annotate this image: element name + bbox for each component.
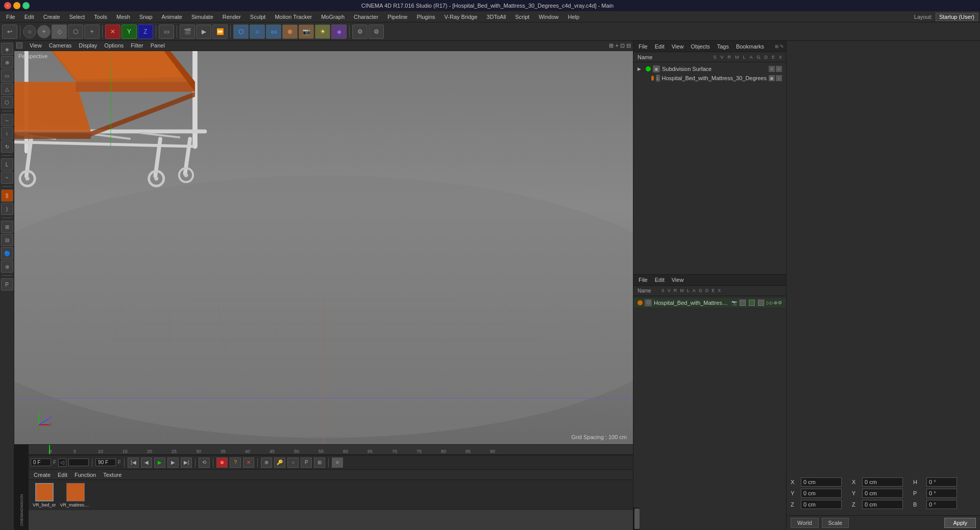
create-plane[interactable]: ▭ xyxy=(266,25,281,39)
mat-top-file[interactable]: File xyxy=(635,276,651,283)
right-scrollbar[interactable] xyxy=(633,508,640,530)
mode-poly[interactable]: ⬡ xyxy=(68,25,83,39)
obj-menu-objects[interactable]: Objects xyxy=(688,43,713,50)
anim-btn[interactable]: ○ xyxy=(287,457,299,468)
mat-top-edit[interactable]: Edit xyxy=(652,276,668,283)
menu-mesh[interactable]: Mesh xyxy=(112,13,134,21)
mat-menu-create[interactable]: Create xyxy=(31,471,54,478)
create-camera[interactable]: 📷 xyxy=(299,25,314,39)
menu-sculpt[interactable]: Sculpt xyxy=(246,13,270,21)
end-frame-input[interactable]: 90 F xyxy=(95,459,116,466)
left-tool-6[interactable]: ↔ xyxy=(1,114,13,126)
timeline-btn[interactable]: ≡ xyxy=(332,457,343,468)
menu-help[interactable]: Help xyxy=(564,13,584,21)
record-btn[interactable]: ◁ xyxy=(58,459,66,467)
menu-3dtoall[interactable]: 3DToAll xyxy=(482,13,510,21)
current-frame-input[interactable]: 0 F xyxy=(31,459,51,466)
material-swatch-2[interactable]: VR_mattress_or xyxy=(60,483,91,508)
menu-select[interactable]: Select xyxy=(65,13,89,21)
left-tool-model[interactable]: ◈ xyxy=(1,43,13,55)
left-tool-15[interactable]: 🔵 xyxy=(1,247,13,259)
motion-btn[interactable]: ⊕ xyxy=(261,457,272,468)
coord-z-input[interactable] xyxy=(801,500,842,509)
menu-plugins[interactable]: Plugins xyxy=(412,13,439,21)
obj-render-btn-2[interactable]: ○ xyxy=(776,75,782,81)
left-tool-8[interactable]: ↻ xyxy=(1,140,13,153)
left-tool-16[interactable]: ⊛ xyxy=(1,260,13,273)
mat-menu-texture[interactable]: Texture xyxy=(100,471,125,478)
coord-b-input[interactable] xyxy=(926,500,957,509)
obj-vis-btn-2[interactable]: ▣ xyxy=(769,75,775,81)
frame-input-2[interactable] xyxy=(68,459,89,466)
menu-snap[interactable]: Snap xyxy=(135,13,157,21)
menu-animate[interactable]: Animate xyxy=(158,13,186,21)
mat-top-view[interactable]: View xyxy=(669,276,687,283)
mode-points[interactable]: + xyxy=(37,25,51,38)
coord-p-input[interactable] xyxy=(926,489,957,498)
obj-hospital-bed[interactable]: L Hospital_Bed_with_Mattress_30_Degrees … xyxy=(633,74,786,83)
obj-menu-bookmarks[interactable]: Bookmarks xyxy=(733,43,767,50)
viewport-menu-view[interactable]: View xyxy=(27,42,45,49)
viewport-menu-options[interactable]: Options xyxy=(101,42,127,49)
left-tool-12[interactable]: ) xyxy=(1,203,13,215)
viewport-menu-filter[interactable]: Filter xyxy=(128,42,146,49)
menu-pipeline[interactable]: Pipeline xyxy=(383,13,411,21)
left-tool-2[interactable]: ⊕ xyxy=(1,56,13,68)
next-frame-btn[interactable]: ▶ xyxy=(167,457,179,468)
go-end-btn[interactable]: ▶| xyxy=(181,457,192,468)
coord-z2-input[interactable] xyxy=(862,500,903,509)
left-tool-13[interactable]: ⊞ xyxy=(1,221,13,233)
viewport-3d[interactable]: Perspective xyxy=(14,51,633,444)
menu-render[interactable]: Render xyxy=(218,13,245,21)
record-red-btn[interactable]: ⏺ xyxy=(216,457,228,468)
grid-btn[interactable]: ⊞ xyxy=(314,457,325,468)
obj-menu-edit[interactable]: Edit xyxy=(652,43,668,50)
tool-1[interactable]: ⚙ xyxy=(352,25,368,39)
key-btn[interactable]: 🔑 xyxy=(274,457,285,468)
menu-create[interactable]: Create xyxy=(39,13,64,21)
loop-btn[interactable]: ⟲ xyxy=(199,457,210,468)
coord-x2-input[interactable] xyxy=(862,477,903,487)
render-active[interactable]: ▶ xyxy=(196,25,211,39)
create-light[interactable]: ☀ xyxy=(315,25,330,39)
left-tool-11[interactable]: $ xyxy=(1,189,13,202)
play-btn[interactable]: ▶ xyxy=(154,457,165,468)
coord-h-input[interactable] xyxy=(926,477,957,487)
left-tool-5[interactable]: ⬡ xyxy=(1,96,13,108)
maximize-button[interactable]: □ xyxy=(22,2,30,9)
menu-character[interactable]: Character xyxy=(350,13,382,21)
left-tool-17[interactable]: Ρ xyxy=(1,278,13,291)
obj-subdivision-surface[interactable]: ▶ ▣ Subdivision Surface ✓ ○ xyxy=(633,64,786,74)
menu-vray[interactable]: V-Ray Bridge xyxy=(440,13,482,21)
mode-edges[interactable]: ◇ xyxy=(52,25,67,39)
left-tool-3[interactable]: ▭ xyxy=(1,69,13,82)
viewport-menu-cameras[interactable]: Cameras xyxy=(46,42,75,49)
mode-object[interactable]: ○ xyxy=(23,25,36,38)
prev-frame-btn[interactable]: ◀ xyxy=(141,457,152,468)
status-q-btn[interactable]: ? xyxy=(230,457,241,468)
left-tool-9[interactable]: L xyxy=(1,158,13,171)
material-swatch-1[interactable]: VR_bed_or xyxy=(33,483,56,508)
transform-y[interactable]: Y xyxy=(121,25,137,39)
go-start-btn[interactable]: |◀ xyxy=(128,457,139,468)
apply-button[interactable]: Apply xyxy=(944,518,976,528)
pause-btn[interactable]: P xyxy=(301,457,312,468)
mat-menu-edit[interactable]: Edit xyxy=(55,471,70,478)
render-region[interactable]: 🎬 xyxy=(180,25,195,39)
obj-menu-tags[interactable]: Tags xyxy=(714,43,732,50)
mat-menu-function[interactable]: Function xyxy=(71,471,99,478)
coord-y2-input[interactable] xyxy=(862,489,903,498)
left-tool-7[interactable]: ↕ xyxy=(1,127,13,139)
select-rect[interactable]: ▭ xyxy=(159,25,174,39)
mode-uv[interactable]: + xyxy=(84,25,100,39)
menu-edit[interactable]: Edit xyxy=(20,13,38,21)
world-mode-button[interactable]: World xyxy=(791,518,819,528)
left-tool-14[interactable]: ⊟ xyxy=(1,234,13,246)
menu-motion-tracker[interactable]: Motion Tracker xyxy=(271,13,316,21)
obj-menu-file[interactable]: File xyxy=(635,43,651,50)
tool-2[interactable]: ⚙ xyxy=(369,25,384,39)
transform-x[interactable]: ✕ xyxy=(105,25,120,39)
transform-z[interactable]: Z xyxy=(138,25,153,39)
create-sphere[interactable]: ○ xyxy=(250,25,265,39)
minimize-button[interactable]: − xyxy=(13,2,20,9)
